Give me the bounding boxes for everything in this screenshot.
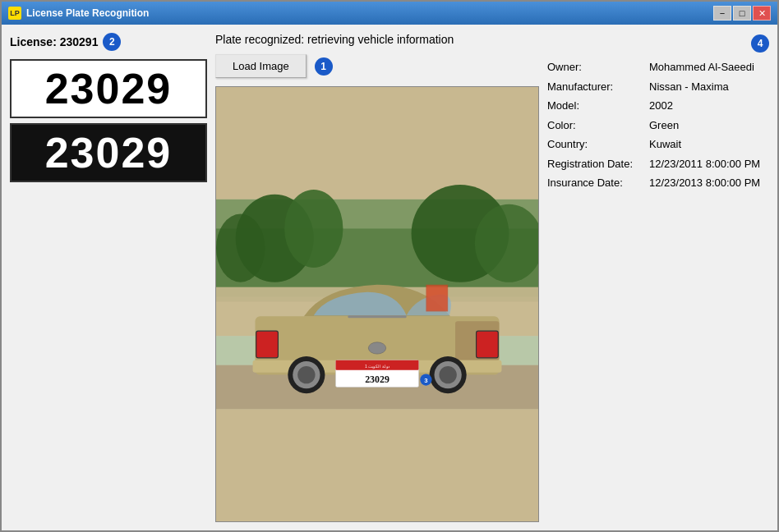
model-label: Model: <box>547 98 646 114</box>
owner-label: Owner: <box>547 59 646 76</box>
manufacturer-value: Nissan - Maxima <box>649 79 729 95</box>
color-row: Color: Green <box>547 117 769 134</box>
main-window: LP License Plate Recognition − □ ✕ Licen… <box>0 0 779 532</box>
svg-point-23 <box>439 366 456 383</box>
svg-rect-13 <box>256 331 279 358</box>
svg-text:دولة الكويت  1: دولة الكويت 1 <box>365 364 390 369</box>
model-row: Model: 2002 <box>547 98 769 114</box>
status-row: Plate recognized: retrieving vehicle inf… <box>215 33 539 46</box>
load-image-button[interactable]: Load Image <box>215 54 307 78</box>
owner-value: Mohammed Al-Saeedi <box>649 59 754 76</box>
owner-row: Owner: Mohammed Al-Saeedi <box>547 59 769 76</box>
info-header: 4 <box>547 34 769 53</box>
model-value: 2002 <box>649 98 673 114</box>
svg-point-8 <box>216 214 265 282</box>
manufacturer-label: Manufacturer: <box>547 79 646 95</box>
svg-text:3: 3 <box>424 377 428 384</box>
reg-date-value: 12/23/2011 8:00:00 PM <box>649 156 760 172</box>
plate-display-black: 23029 <box>10 123 207 182</box>
window-title: License Plate Recognition <box>26 7 713 19</box>
title-bar-buttons: − □ ✕ <box>713 6 771 21</box>
car-image-area: دولة الكويت 1 23029 3 <box>215 86 539 522</box>
country-label: Country: <box>547 136 646 153</box>
license-header: License: 230291 2 <box>10 33 207 51</box>
load-row: Load Image 1 <box>215 54 539 78</box>
window-icon: LP <box>8 7 21 20</box>
svg-rect-15 <box>477 331 499 358</box>
minimize-button[interactable]: − <box>713 6 731 21</box>
left-panel: License: 230291 2 23029 23029 <box>10 33 207 522</box>
color-label: Color: <box>547 117 646 134</box>
plate-number-white: 23029 <box>18 67 199 110</box>
info-badge: 4 <box>751 34 769 53</box>
load-badge: 1 <box>315 57 333 76</box>
country-value: Kuwait <box>649 136 681 153</box>
color-value: Green <box>649 117 679 134</box>
status-text: Plate recognized: retrieving vehicle inf… <box>215 33 454 46</box>
svg-point-20 <box>297 366 315 383</box>
ins-date-label: Insurance Date: <box>547 175 646 191</box>
svg-point-24 <box>368 342 385 354</box>
middle-panel: Plate recognized: retrieving vehicle inf… <box>215 33 539 522</box>
reg-date-row: Registration Date: 12/23/2011 8:00:00 PM <box>547 156 769 172</box>
svg-rect-33 <box>427 286 447 310</box>
plate-number-black: 23029 <box>18 131 199 174</box>
title-bar: LP License Plate Recognition − □ ✕ <box>2 2 777 25</box>
maximize-button[interactable]: □ <box>733 6 751 21</box>
svg-text:23029: 23029 <box>365 374 390 385</box>
reg-date-label: Registration Date: <box>547 156 646 172</box>
right-panel: 4 Owner: Mohammed Al-Saeedi Manufacturer… <box>547 33 769 522</box>
ins-date-value: 12/23/2013 8:00:00 PM <box>649 175 760 191</box>
license-label: License: 230291 <box>10 35 98 48</box>
car-svg: دولة الكويت 1 23029 3 <box>216 87 538 521</box>
ins-date-row: Insurance Date: 12/23/2013 8:00:00 PM <box>547 175 769 191</box>
close-button[interactable]: ✕ <box>753 6 771 21</box>
svg-point-5 <box>284 190 343 268</box>
license-badge: 2 <box>103 33 121 51</box>
svg-rect-31 <box>348 315 406 318</box>
country-row: Country: Kuwait <box>547 136 769 153</box>
content-area: License: 230291 2 23029 23029 Plate reco… <box>2 25 777 530</box>
manufacturer-row: Manufacturer: Nissan - Maxima <box>547 79 769 95</box>
plate-display-white: 23029 <box>10 59 207 118</box>
